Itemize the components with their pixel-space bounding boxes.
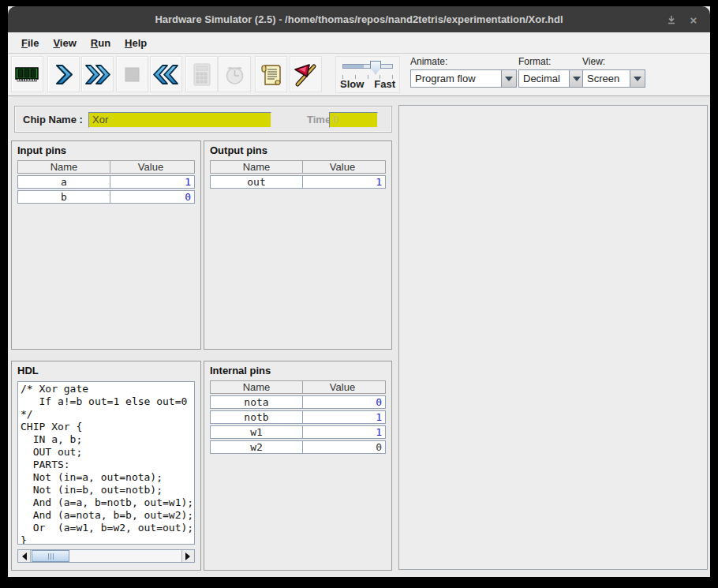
slider-slow-label: Slow [340, 78, 364, 90]
view-select[interactable]: Screen [582, 69, 645, 88]
toolbar: Slow Fast Animate: Program flow Format: … [8, 54, 710, 96]
hardware-simulator-window: Hardware Simulator (2.5) - /home/thomas/… [8, 6, 710, 577]
format-label: Format: [518, 56, 585, 67]
scroll-left-button[interactable] [18, 550, 31, 562]
view-gates-button[interactable] [290, 56, 322, 92]
format-select[interactable]: Decimal [518, 69, 585, 88]
input-pins-panel: Input pins NameValuea1b0 [11, 140, 201, 350]
pin-name-cell: out [210, 175, 302, 189]
pin-name-cell: w2 [210, 440, 302, 454]
menubar: File View Run Help [8, 32, 710, 54]
stop-button [116, 56, 148, 92]
chevron-down-icon[interactable] [630, 70, 645, 87]
output-pins-title: Output pins [204, 141, 391, 160]
stop-icon [119, 62, 145, 88]
hdl-panel: HDL /* Xor gate If a!=b out=1 else out=0… [11, 361, 201, 571]
hdl-horizontal-scrollbar[interactable] [17, 549, 195, 563]
column-header: Value [110, 160, 195, 174]
view-hdl-button[interactable] [255, 56, 287, 92]
alarm-clock-icon [222, 62, 248, 88]
pin-value-cell[interactable]: 1 [302, 425, 386, 439]
load-chip-button[interactable] [11, 56, 43, 92]
pin-value-cell[interactable]: 0 [302, 440, 386, 454]
minimize-button[interactable] [663, 12, 680, 28]
rewind-icon [153, 62, 179, 88]
table-row: b0 [17, 190, 195, 204]
view-value: Screen [583, 70, 630, 87]
flag-icon [293, 62, 319, 88]
format-group: Format: Decimal [518, 56, 585, 88]
input-pins-table: NameValuea1b0 [17, 160, 195, 204]
close-icon: × [690, 13, 697, 27]
scroll-right-button[interactable] [181, 550, 194, 562]
view-group: View: Screen [582, 56, 645, 88]
column-header: Name [210, 160, 302, 174]
single-step-button[interactable] [47, 56, 80, 92]
column-header: Value [302, 380, 386, 394]
pin-value-cell[interactable]: 0 [302, 395, 386, 409]
animate-select[interactable]: Program flow [410, 69, 517, 88]
arrow-left-icon [18, 552, 27, 560]
output-pins-panel: Output pins NameValueout1 [204, 140, 392, 350]
table-row: a1 [17, 175, 195, 189]
menu-view[interactable]: View [46, 34, 83, 52]
pin-value-cell[interactable]: 1 [302, 175, 386, 189]
pin-value-cell[interactable]: 0 [110, 190, 195, 204]
speed-slider-track[interactable] [342, 64, 393, 69]
hdl-code-view[interactable]: /* Xor gate If a!=b out=1 else out=0 */ … [17, 381, 195, 545]
pin-name-cell: notb [210, 410, 302, 424]
calculator-button [185, 56, 218, 92]
chip-name-field[interactable]: Xor [88, 112, 271, 128]
internal-pins-panel: Internal pins NameValuenota0notb1w11w20 [204, 361, 392, 571]
column-header: Name [210, 380, 302, 394]
animate-label: Animate: [410, 56, 517, 67]
pin-value-cell[interactable]: 1 [302, 410, 386, 424]
animate-group: Animate: Program flow [410, 56, 517, 88]
menu-run[interactable]: Run [84, 34, 118, 52]
table-header: NameValue [210, 160, 386, 174]
scrollbar-thumb[interactable] [32, 550, 69, 562]
view-label: View: [582, 56, 645, 67]
calculator-icon [189, 62, 215, 88]
table-row: w11 [210, 425, 386, 439]
main-area: Chip Name : Xor Time : 0 Input pins Name… [8, 96, 710, 577]
hdl-code: /* Xor gate If a!=b out=1 else out=0 */ … [18, 382, 194, 545]
column-header: Value [302, 160, 386, 174]
window-title: Hardware Simulator (2.5) - /home/thomas/… [155, 13, 563, 25]
time-field: 0 [329, 112, 378, 128]
speed-slider-group: Slow Fast [335, 56, 400, 93]
slider-fast-label: Fast [374, 78, 395, 90]
titlebar[interactable]: Hardware Simulator (2.5) - /home/thomas/… [8, 6, 710, 32]
table-header: NameValue [17, 160, 195, 174]
internal-pins-table: NameValuenota0notb1w11w20 [210, 380, 386, 454]
chevron-down-icon[interactable] [501, 70, 516, 87]
menu-file[interactable]: File [14, 34, 46, 52]
step-forward-icon [50, 62, 77, 88]
table-row: w20 [210, 440, 386, 454]
reset-button[interactable] [150, 56, 182, 92]
internal-pins-title: Internal pins [204, 361, 391, 380]
hdl-title: HDL [12, 361, 200, 380]
fast-forward-icon [84, 62, 110, 88]
clock-button [219, 56, 251, 92]
pin-name-cell: nota [210, 395, 302, 409]
pin-name-cell: b [17, 190, 110, 204]
chip-name-bar: Chip Name : Xor Time : 0 [14, 106, 392, 133]
menu-help[interactable]: Help [118, 34, 154, 52]
pin-value-cell[interactable]: 1 [110, 175, 195, 189]
output-pins-table: NameValueout1 [210, 160, 386, 189]
table-row: notb1 [210, 410, 386, 424]
script-icon [258, 62, 284, 88]
animate-value: Program flow [411, 70, 501, 87]
run-button[interactable] [81, 56, 114, 92]
minimize-icon [667, 15, 676, 24]
column-header: Name [17, 160, 110, 174]
table-row: nota0 [210, 395, 386, 409]
input-pins-title: Input pins [12, 141, 200, 160]
format-value: Decimal [519, 70, 569, 87]
table-header: NameValue [210, 380, 386, 394]
speed-slider-thumb[interactable] [370, 61, 381, 74]
pin-name-cell: w1 [210, 425, 302, 439]
chip-name-label: Chip Name : [23, 114, 83, 125]
close-button[interactable]: × [685, 12, 702, 28]
